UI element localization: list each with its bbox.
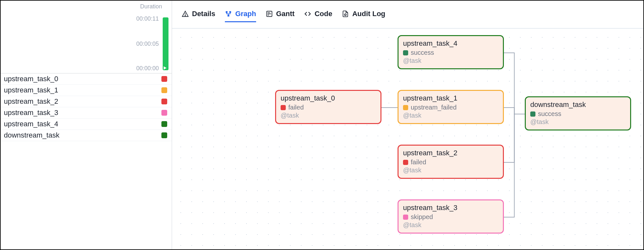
node-title: upstream_task_3 bbox=[403, 204, 498, 212]
node-status: failed bbox=[403, 159, 498, 166]
status-swatch bbox=[161, 110, 167, 116]
node-status: success bbox=[403, 49, 498, 56]
node-upstream_task_4[interactable]: upstream_task_4success@task bbox=[398, 35, 504, 69]
auditlog-icon bbox=[342, 10, 349, 17]
status-swatch bbox=[161, 132, 167, 138]
status-swatch bbox=[403, 215, 408, 220]
node-downstream_task[interactable]: downstream_tasksuccess@task bbox=[525, 96, 631, 130]
play-icon bbox=[164, 66, 167, 70]
status-swatch bbox=[161, 121, 167, 127]
node-upstream_task_0[interactable]: upstream_task_0failed@task bbox=[275, 90, 381, 124]
status-swatch bbox=[161, 87, 167, 93]
node-status: failed bbox=[281, 104, 376, 111]
tab-label: Details bbox=[192, 10, 215, 18]
node-title: upstream_task_1 bbox=[403, 94, 498, 102]
edge-upstream_task_4-downstream_task bbox=[504, 53, 525, 114]
svg-rect-3 bbox=[229, 11, 231, 13]
node-status-text: success bbox=[538, 110, 561, 118]
task-row-label: upstream_task_1 bbox=[4, 86, 58, 94]
status-swatch bbox=[530, 111, 535, 117]
app-root: Duration 00:00:11 00:00:05 00:00:00 upst… bbox=[0, 0, 644, 250]
task-row-upstream_task_1[interactable]: upstream_task_1 bbox=[1, 85, 172, 96]
task-row-upstream_task_2[interactable]: upstream_task_2 bbox=[1, 96, 172, 107]
duration-tick: 00:00:00 bbox=[136, 65, 159, 72]
node-status-text: skipped bbox=[411, 213, 433, 221]
node-decorator: @task bbox=[403, 221, 498, 229]
node-decorator: @task bbox=[281, 112, 376, 119]
tab-code[interactable]: Code bbox=[304, 10, 332, 22]
status-swatch bbox=[161, 76, 167, 82]
svg-rect-4 bbox=[227, 15, 229, 17]
tab-auditlog[interactable]: Audit Log bbox=[342, 10, 385, 22]
node-title: upstream_task_4 bbox=[403, 39, 498, 48]
task-row-upstream_task_4[interactable]: upstream_task_4 bbox=[1, 119, 172, 130]
node-upstream_task_3[interactable]: upstream_task_3skipped@task bbox=[398, 199, 504, 234]
tab-label: Graph bbox=[235, 10, 256, 18]
graph-icon bbox=[225, 10, 232, 17]
node-decorator: @task bbox=[403, 57, 498, 64]
tab-details[interactable]: Details bbox=[182, 10, 215, 22]
node-status-text: failed bbox=[288, 104, 304, 111]
status-swatch bbox=[161, 99, 167, 104]
svg-rect-2 bbox=[226, 11, 228, 13]
edge-upstream_task_2-downstream_task bbox=[504, 114, 525, 162]
node-status: upstream_failed bbox=[403, 104, 498, 111]
node-status-text: failed bbox=[411, 159, 426, 166]
node-status: skipped bbox=[403, 213, 498, 221]
task-row-upstream_task_0[interactable]: upstream_task_0 bbox=[1, 73, 172, 85]
duration-tick: 00:00:05 bbox=[136, 41, 159, 47]
duration-panel: Duration 00:00:11 00:00:05 00:00:00 bbox=[1, 1, 172, 73]
node-title: downstream_task bbox=[530, 101, 626, 109]
task-row-label: downstream_task bbox=[4, 131, 59, 139]
node-title: upstream_task_0 bbox=[281, 94, 376, 102]
edge-upstream_task_1-downstream_task bbox=[504, 108, 525, 114]
code-icon bbox=[304, 10, 311, 17]
tab-gantt[interactable]: Gantt bbox=[266, 10, 294, 22]
node-title: upstream_task_2 bbox=[403, 149, 498, 157]
tab-graph[interactable]: Graph bbox=[225, 10, 256, 22]
task-row-label: upstream_task_3 bbox=[4, 109, 58, 117]
status-swatch bbox=[403, 50, 408, 55]
status-swatch bbox=[281, 105, 286, 110]
task-row-label: upstream_task_4 bbox=[4, 120, 58, 128]
node-decorator: @task bbox=[403, 167, 498, 174]
svg-point-1 bbox=[185, 15, 186, 16]
svg-point-9 bbox=[345, 14, 347, 16]
main-panel: DetailsGraphGanttCodeAudit Log upstream_… bbox=[172, 1, 643, 249]
node-status-text: success bbox=[411, 49, 434, 56]
status-swatch bbox=[403, 105, 408, 110]
task-row-downstream_task[interactable]: downstream_task bbox=[1, 130, 172, 141]
task-list: upstream_task_0upstream_task_1upstream_t… bbox=[1, 73, 172, 141]
graph-canvas[interactable]: upstream_task_4success@taskupstream_task… bbox=[172, 29, 643, 249]
node-upstream_task_1[interactable]: upstream_task_1upstream_failed@task bbox=[398, 90, 504, 124]
duration-bar[interactable] bbox=[163, 17, 168, 70]
duration-tick: 00:00:11 bbox=[136, 15, 159, 22]
gantt-icon bbox=[266, 10, 273, 17]
task-row-label: upstream_task_0 bbox=[4, 75, 58, 83]
tab-bar: DetailsGraphGanttCodeAudit Log bbox=[172, 1, 643, 29]
sidebar: Duration 00:00:11 00:00:05 00:00:00 upst… bbox=[1, 1, 172, 249]
task-row-label: upstream_task_2 bbox=[4, 97, 58, 106]
details-icon bbox=[182, 10, 189, 17]
node-status-text: upstream_failed bbox=[411, 104, 457, 111]
node-decorator: @task bbox=[530, 118, 626, 126]
tab-label: Gantt bbox=[276, 10, 294, 18]
tab-label: Code bbox=[314, 10, 332, 18]
node-upstream_task_2[interactable]: upstream_task_2failed@task bbox=[398, 145, 504, 179]
tab-label: Audit Log bbox=[352, 10, 385, 18]
node-status: success bbox=[530, 110, 626, 118]
duration-label: Duration bbox=[140, 3, 162, 10]
task-row-upstream_task_3[interactable]: upstream_task_3 bbox=[1, 107, 172, 119]
edge-upstream_task_3-downstream_task bbox=[504, 114, 525, 217]
node-decorator: @task bbox=[403, 112, 498, 119]
status-swatch bbox=[403, 160, 408, 165]
